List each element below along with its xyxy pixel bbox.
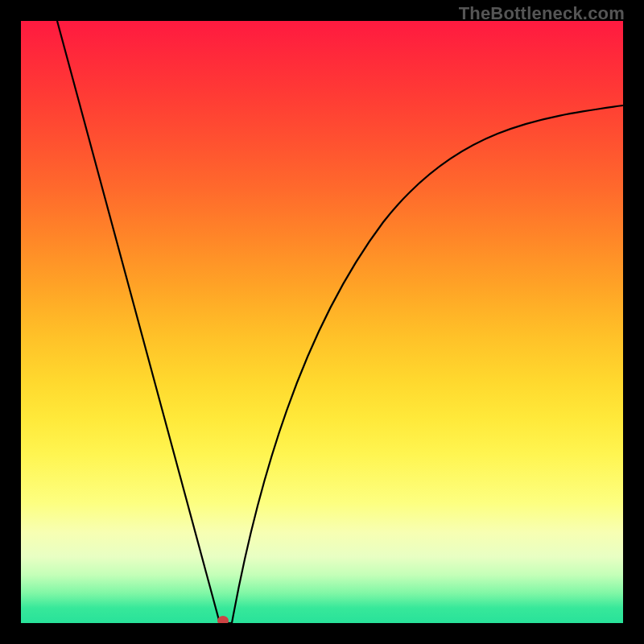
chart-frame: TheBottleneck.com xyxy=(0,0,644,644)
plot-area xyxy=(21,21,623,623)
min-marker-icon xyxy=(217,616,229,623)
bottleneck-curve xyxy=(21,21,623,623)
watermark-text: TheBottleneck.com xyxy=(459,3,625,24)
